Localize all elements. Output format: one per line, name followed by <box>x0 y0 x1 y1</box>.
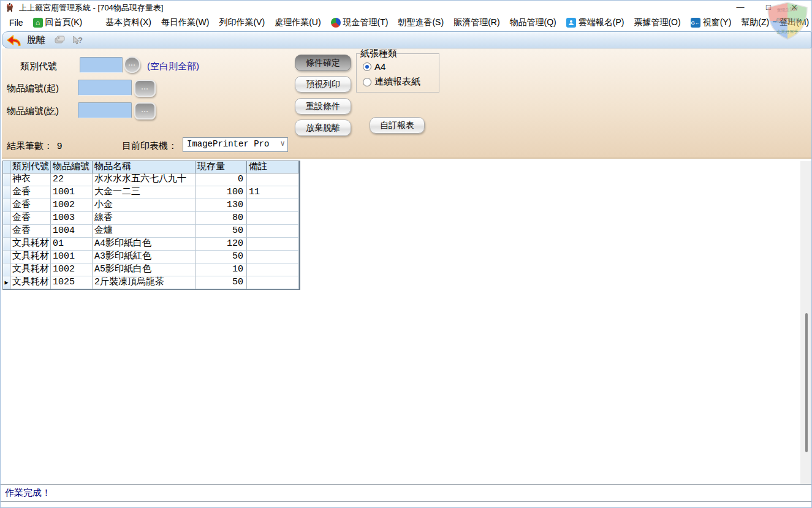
window-close-button[interactable]: ✕ <box>789 2 800 13</box>
content-area: 類別代號 物品編號 物品名稱 現存量 備註 神衣 22 水水水水五六七八九十 0… <box>1 159 812 484</box>
app-window: 上上籤宮廟管理系統 - [704物品現存量表] — □ ✕ File ⌂ 回首頁… <box>0 0 812 508</box>
radio-a4-circle <box>363 63 371 71</box>
item-from-input[interactable] <box>78 80 132 96</box>
table-row[interactable]: 文具耗材 1002 A5影印紙白色 10 <box>3 263 299 276</box>
window-maximize-button[interactable]: □ <box>763 2 774 13</box>
menu-basic-data[interactable]: 基本資料(X) <box>101 15 156 31</box>
table-row[interactable]: 神衣 22 水水水水五六七八九十 0 <box>3 173 299 186</box>
radio-continuous-paper[interactable]: 連續報表紙 <box>363 76 420 88</box>
paper-type-group: 紙張種類 A4 連續報表紙 <box>356 53 439 93</box>
table-row[interactable]: 文具耗材 01 A4影印紙白色 120 <box>3 238 299 251</box>
table-row[interactable]: 金香 1004 金爐 50 <box>3 225 299 238</box>
table-row[interactable]: 文具耗材 1001 A3影印紙紅色 50 <box>3 251 299 263</box>
radio-a4[interactable]: A4 <box>363 61 385 72</box>
item-from-label: 物品編號(起) <box>7 83 59 94</box>
tags-icon-disabled <box>54 35 65 45</box>
reset-criteria-button[interactable]: 重設條件 <box>295 98 351 115</box>
abort-exit-button[interactable]: 放棄脫離 <box>295 119 351 136</box>
menu-ticket-mgmt[interactable]: 票據管理(O) <box>629 15 685 31</box>
item-from-lookup-button[interactable]: ... <box>134 80 156 97</box>
confirm-criteria-button[interactable]: 條件確定 <box>295 55 351 71</box>
col-note-header[interactable]: 備註 <box>247 161 299 173</box>
current-printer-label: 目前印表機： <box>122 140 177 152</box>
current-row-marker: ▶ <box>3 276 10 289</box>
home-icon: ⌂ <box>33 18 43 28</box>
menu-relief-mgmt[interactable]: 賑濟管理(R) <box>449 15 504 31</box>
col-code-header[interactable]: 物品編號 <box>51 161 93 173</box>
item-to-lookup-button[interactable]: ... <box>134 102 156 119</box>
category-code-label: 類別代號 <box>20 61 57 72</box>
result-count-value: 9 <box>57 140 62 151</box>
menu-print-work[interactable]: 列印作業(V) <box>214 15 270 31</box>
menu-help[interactable]: 幫助(Z) <box>736 15 774 31</box>
menu-process-work[interactable]: 處理作業(U) <box>270 15 325 31</box>
result-count-label: 結果筆數： <box>7 140 53 152</box>
window-title: 上上籤宮廟管理系統 - [704物品現存量表] <box>19 2 163 13</box>
item-to-input[interactable] <box>78 102 132 118</box>
category-lookup-button[interactable]: ... <box>124 56 140 73</box>
paper-type-legend: 紙張種類 <box>359 48 398 59</box>
col-category-header[interactable]: 類別代號 <box>10 161 51 173</box>
menu-item-mgmt[interactable]: 物品管理(Q) <box>505 15 561 31</box>
printer-combobox[interactable]: ImagePrinter Pro ∨ <box>183 137 288 152</box>
window-minimize-button[interactable]: — <box>735 2 746 13</box>
status-bar: 作業完成！ <box>1 484 811 508</box>
incense-burner-icon <box>5 2 15 12</box>
pie-chart-icon <box>331 18 341 28</box>
mdi-close-button[interactable]: × <box>794 17 804 27</box>
menu-cash-mgmt[interactable]: 現金管理(T) <box>326 15 393 31</box>
vertical-scrollbar[interactable] <box>800 161 812 484</box>
menu-cloud-signup[interactable]: 雲端報名(P) <box>561 15 629 31</box>
preview-print-button[interactable]: 預視列印 <box>295 76 351 93</box>
menu-window[interactable]: G← 視窗(Y) <box>686 15 737 31</box>
col-name-header[interactable]: 物品名稱 <box>93 161 195 173</box>
table-row[interactable]: 金香 1001 大金一二三 100 11 <box>3 186 299 199</box>
table-row-current[interactable]: ▶ 文具耗材 1025 2斤裝凍頂烏龍茶 50 <box>3 276 299 289</box>
mdi-minimize-button[interactable]: – <box>770 17 780 27</box>
grid-header-row: 類別代號 物品編號 物品名稱 現存量 備註 <box>3 161 299 173</box>
inventory-grid: 類別代號 物品編號 物品名稱 現存量 備註 神衣 22 水水水水五六七八九十 0… <box>2 161 300 290</box>
menu-home[interactable]: ⌂ 回首頁(K) <box>28 15 88 31</box>
item-to-label: 物品編號(訖) <box>7 105 59 117</box>
back-arrow-icon[interactable] <box>6 34 22 47</box>
custom-report-button[interactable]: 自訂報表 <box>370 117 425 134</box>
table-row[interactable]: 金香 1002 小金 130 <box>3 199 299 212</box>
col-qty-header[interactable]: 現存量 <box>195 161 247 173</box>
menu-file[interactable]: File <box>4 15 28 30</box>
printer-combobox-value: ImagePrinter Pro <box>187 139 269 149</box>
mdi-restore-button[interactable]: ❐ <box>782 17 792 27</box>
radio-continuous-circle <box>363 78 371 86</box>
g-window-icon: G← <box>691 18 700 28</box>
menu-pilgrimage[interactable]: 朝聖進香(S) <box>393 15 449 31</box>
category-code-input[interactable] <box>80 57 123 73</box>
chevron-down-icon: ∨ <box>280 138 285 148</box>
exit-button[interactable]: 脫離 <box>27 34 45 46</box>
menu-bar: File ⌂ 回首頁(K) 基本資料(X) 每日作業(W) 列印作業(V) 處理… <box>1 14 811 31</box>
context-help-icon[interactable]: ? <box>72 36 83 45</box>
scrollbar-thumb[interactable] <box>805 313 808 452</box>
table-row[interactable]: 金香 1003 線香 80 <box>3 212 299 225</box>
menu-daily-work[interactable]: 每日作業(W) <box>156 15 214 31</box>
person-icon <box>566 18 576 28</box>
grid-selector-header <box>3 161 10 173</box>
title-bar: 上上籤宮廟管理系統 - [704物品現存量表] — □ ✕ <box>1 1 811 14</box>
report-criteria-panel: 類別代號 ... (空白則全部) 物品編號(起) ... 物品編號(訖) ...… <box>2 48 811 159</box>
status-message: 作業完成！ <box>1 485 811 502</box>
category-blank-hint: (空白則全部) <box>147 61 199 72</box>
mdi-window-controls: – ❐ × <box>770 17 804 27</box>
toolbar: 脫離 ? <box>2 31 811 48</box>
